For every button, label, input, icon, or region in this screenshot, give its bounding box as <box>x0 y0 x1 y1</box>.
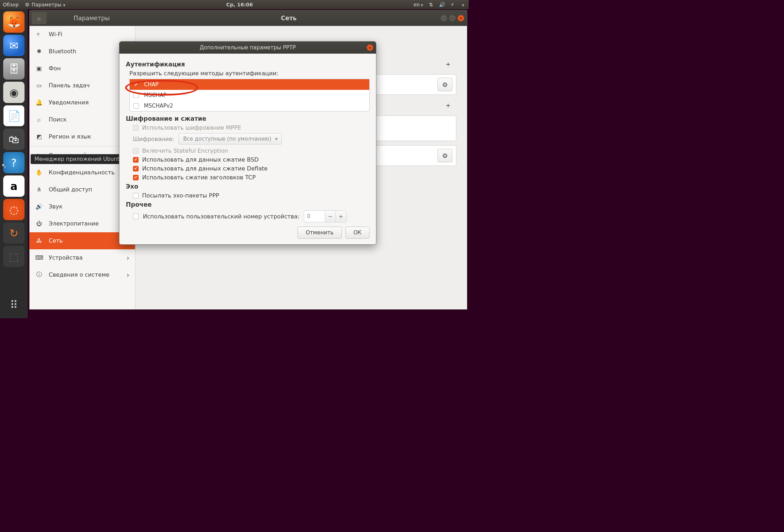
window-close[interactable]: ✕ <box>458 15 464 21</box>
power-icon: ⏻ <box>35 220 43 227</box>
checkbox-icon[interactable] <box>133 103 139 109</box>
sidebar-item-details[interactable]: ⓘСведения о системе <box>29 266 135 283</box>
region-icon: ◩ <box>35 133 43 140</box>
launcher-show-apps[interactable]: ⠿ <box>3 294 25 315</box>
clock[interactable]: Ср, 16:06 <box>65 2 413 7</box>
cancel-button[interactable]: Отменить <box>297 227 342 239</box>
window-left-title: Параметры <box>47 15 137 22</box>
option-label: Использовать пользовательский номер устр… <box>143 213 300 220</box>
network-icon[interactable]: ⇅ <box>428 2 434 7</box>
connection-settings-button[interactable]: ⚙ <box>437 78 452 91</box>
gear-icon: ⚙ <box>442 81 448 88</box>
auth-methods-list: ✔CHAP MSCHAP MSCHAPv2 <box>129 79 370 112</box>
gear-icon: ⚙ <box>442 152 448 159</box>
privacy-icon: ✋ <box>35 169 43 176</box>
bsd-compress-checkbox[interactable]: ✔Использовать для данных сжатие BSD <box>133 156 370 163</box>
dock-icon: ▭ <box>35 82 43 89</box>
launcher-thunderbird[interactable]: ✉ <box>3 35 25 56</box>
spin-down-button[interactable]: − <box>325 211 335 222</box>
launcher-amazon[interactable]: a <box>3 175 25 197</box>
echo-packets-checkbox[interactable]: Посылать эхо-пакеты PPP <box>133 192 370 199</box>
deflate-compress-checkbox[interactable]: ✔Использовать для данных сжатие Deflate <box>133 165 370 172</box>
connection-settings-button[interactable]: ⚙ <box>437 149 452 162</box>
unit-number-input[interactable] <box>304 213 325 219</box>
top-panel: Обзор ⚙ Параметры Ср, 16:06 en ⇅ 🔊 ⚡ <box>0 0 469 9</box>
sidebar-label: Электропитание <box>49 220 99 227</box>
encryption-section-header: Шифрование и сжатие <box>126 115 370 122</box>
sidebar-label: Общий доступ <box>49 186 92 193</box>
search-button[interactable]: ⌕ <box>32 12 47 24</box>
app-menu-label: Параметры <box>32 2 61 7</box>
launcher-files[interactable]: 🗄 <box>3 58 25 80</box>
auth-section-header: Аутентификация <box>126 61 370 68</box>
sidebar-label: Сеть <box>49 237 63 244</box>
app-menu[interactable]: ⚙ Параметры <box>25 2 66 7</box>
sidebar-item-devices[interactable]: ⌨Устройства <box>29 249 135 266</box>
spin-up-button[interactable]: + <box>335 211 346 222</box>
launcher-updater[interactable]: ↻ <box>3 222 25 244</box>
encryption-label: Шифрование: <box>133 136 174 142</box>
bluetooth-icon: ✱ <box>35 48 43 55</box>
sidebar-label: Поиск <box>49 116 67 123</box>
launcher-rhythmbox[interactable]: ◉ <box>3 82 25 103</box>
checkbox-checked-icon[interactable]: ✔ <box>133 157 139 163</box>
tcp-header-compress-checkbox[interactable]: ✔Использовать сжатие заголовков TCP <box>133 174 370 181</box>
ok-button[interactable]: ОК <box>345 227 370 239</box>
window-center-title: Сеть <box>137 15 441 22</box>
volume-icon[interactable]: 🔊 <box>439 2 445 7</box>
launcher-writer[interactable]: 📄 <box>3 105 25 126</box>
unit-number-checkbox[interactable] <box>133 213 139 219</box>
auth-section-subtitle: Разрешить следующие методы аутентификаци… <box>129 70 370 77</box>
lang-indicator[interactable]: en <box>414 2 423 7</box>
launcher-extra[interactable]: ⬚ <box>3 246 25 267</box>
auth-method-label: MSCHAP <box>144 92 167 98</box>
devices-icon: ⌨ <box>35 254 43 261</box>
window-minimize[interactable]: — <box>441 15 447 21</box>
pptp-advanced-dialog: Дополнительные параметры PPTP ✕ Аутентиф… <box>119 41 376 245</box>
auth-method-mschap[interactable]: MSCHAP <box>130 90 369 101</box>
sidebar-label: Панель задач <box>49 82 90 89</box>
auth-method-mschapv2[interactable]: MSCHAPv2 <box>130 101 369 111</box>
dialog-close-button[interactable]: ✕ <box>367 44 373 51</box>
checkbox-icon[interactable] <box>133 193 139 199</box>
echo-section-header: Эхо <box>126 183 370 190</box>
launcher: 🦊 ✉ 🗄 ◉ 📄 🛍 ? a ◌ ↻ ⬚ ⠿ <box>0 9 28 318</box>
misc-section-header: Прочее <box>126 201 370 208</box>
auth-method-chap[interactable]: ✔CHAP <box>130 79 369 90</box>
sidebar-label: Регион и язык <box>49 133 91 140</box>
option-label: Использовать для данных сжатие BSD <box>142 156 259 163</box>
launcher-firefox[interactable]: 🦊 <box>3 11 25 33</box>
auth-method-label: CHAP <box>144 81 159 88</box>
wifi-icon: ᯤ <box>35 31 43 38</box>
checkbox-icon[interactable] <box>133 92 139 98</box>
use-mppe-checkbox: Использовать шифрование MPPE <box>133 124 370 131</box>
launcher-software[interactable]: 🛍 <box>3 129 25 150</box>
gear-icon: ⚙ <box>25 2 30 7</box>
sidebar-item-wifi[interactable]: ᯤWi-Fi <box>29 26 135 43</box>
unit-number-spinner[interactable]: − + <box>304 210 347 222</box>
activities-button[interactable]: Обзор <box>3 2 19 7</box>
sidebar-label: Bluetooth <box>49 48 76 55</box>
checkbox-checked-icon[interactable]: ✔ <box>133 82 139 87</box>
sidebar-label: Уведомления <box>49 99 89 106</box>
close-icon: ✕ <box>369 46 371 50</box>
share-icon: ⋔ <box>35 186 43 193</box>
sidebar-label: Сведения о системе <box>49 271 109 278</box>
add-connection-button[interactable]: ＋ <box>444 101 453 110</box>
window-maximize[interactable]: ▢ <box>449 15 456 21</box>
add-connection-button[interactable]: ＋ <box>444 59 453 69</box>
checkbox-checked-icon[interactable]: ✔ <box>133 175 139 180</box>
battery-icon[interactable]: ⚡ <box>450 2 455 7</box>
dialog-titlebar[interactable]: Дополнительные параметры PPTP ✕ <box>119 42 376 54</box>
window-titlebar[interactable]: ⌕ Параметры Сеть — ▢ ✕ <box>29 10 467 26</box>
launcher-help[interactable]: ? <box>3 152 25 173</box>
sound-icon: 🔊 <box>35 203 43 210</box>
launcher-tooltip: Менеджер приложений Ubuntu <box>31 154 127 164</box>
checkbox-checked-icon[interactable]: ✔ <box>133 166 139 172</box>
launcher-settings[interactable]: ◌ <box>3 199 25 220</box>
system-menu[interactable] <box>460 2 466 7</box>
network-icon: 🖧 <box>35 237 43 244</box>
sidebar-label: Конфиденциальность <box>49 169 115 176</box>
encryption-combo: Все доступные (по умолчанию) <box>178 133 281 145</box>
bell-icon: 🔔 <box>35 99 43 106</box>
